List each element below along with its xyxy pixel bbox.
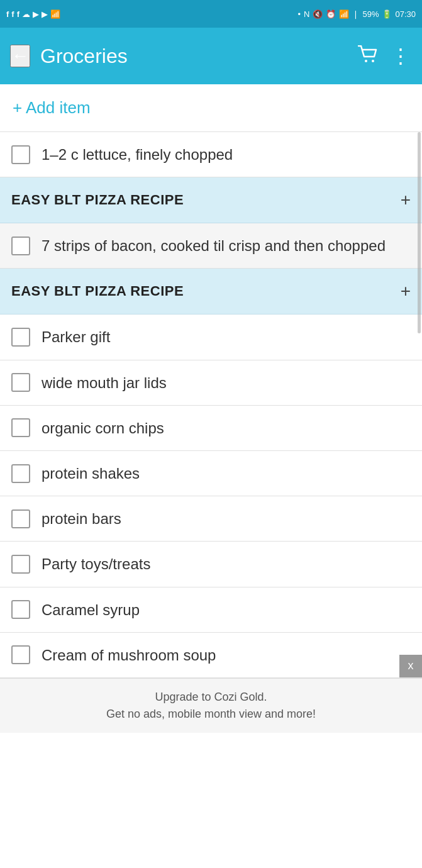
facebook-icon-3: f — [17, 9, 19, 19]
upgrade-line1: Upgrade to Cozi Gold. — [13, 689, 409, 706]
item-text: protein shakes — [42, 464, 140, 483]
item-text: Cream of mushroom soup — [42, 645, 216, 665]
list-item: protein shakes — [0, 451, 422, 496]
item-text: 7 strips of bacon, cooked til crisp and … — [42, 236, 386, 255]
item-checkbox[interactable] — [11, 418, 30, 437]
section-add-button[interactable]: + — [401, 281, 411, 301]
list-item: 7 strips of bacon, cooked til crisp and … — [0, 223, 422, 269]
item-text: Party toys/treats — [42, 554, 150, 574]
list-item: protein bars — [0, 496, 422, 542]
add-item-button[interactable]: + Add item — [13, 98, 91, 118]
upgrade-banner: Upgrade to Cozi Gold. Get no ads, mobile… — [0, 678, 422, 733]
mute-icon: 🔇 — [313, 9, 323, 19]
facebook-icon: f — [6, 9, 9, 19]
item-text: protein bars — [42, 509, 121, 528]
page-title: Groceries — [40, 45, 128, 68]
item-checkbox[interactable] — [11, 145, 30, 164]
more-icon[interactable]: ⋮ — [391, 44, 412, 68]
n-icon: N — [304, 9, 309, 19]
list-item: Parker gift — [0, 314, 422, 360]
battery-icon: 🔋 — [382, 9, 392, 19]
section-title: EASY BLT PIZZA RECIPE — [11, 283, 184, 299]
item-checkbox[interactable] — [11, 555, 30, 574]
alarm-icon: ⏰ — [326, 9, 336, 19]
item-text: 1–2 c lettuce, finely chopped — [42, 145, 233, 164]
play-icon: ▶ — [33, 9, 39, 19]
wifi-strength-icon: 📶 — [339, 9, 349, 19]
toolbar-right: ⋮ — [358, 44, 412, 68]
list-item: wide mouth jar lids — [0, 360, 422, 406]
cart-icon[interactable] — [358, 45, 378, 67]
section-header-blt-1: EASY BLT PIZZA RECIPE + — [0, 177, 422, 223]
bluetooth-icon: • — [297, 9, 301, 19]
status-bar: f f f ☁ ▶ ▶ 📶 • N 🔇 ⏰ 📶 ❘ 59% 🔋 07:30 — [0, 0, 422, 28]
section-header-blt-2: EASY BLT PIZZA RECIPE + — [0, 269, 422, 314]
section-title: EASY BLT PIZZA RECIPE — [11, 192, 184, 208]
signal-icon: ❘ — [352, 9, 359, 19]
list-item: Caramel syrup — [0, 587, 422, 633]
add-item-row: + Add item — [0, 84, 422, 132]
facebook-icon-2: f — [11, 9, 14, 19]
item-text: organic corn chips — [42, 418, 164, 438]
list-item: 1–2 c lettuce, finely chopped — [0, 132, 422, 177]
status-icons-left: f f f ☁ ▶ ▶ 📶 — [6, 9, 60, 19]
item-checkbox[interactable] — [11, 373, 30, 392]
weather-icon: ☁ — [22, 9, 30, 19]
list-item: organic corn chips — [0, 406, 422, 451]
section-add-button[interactable]: + — [401, 190, 411, 210]
item-checkbox[interactable] — [11, 236, 30, 255]
item-text: Caramel syrup — [42, 600, 140, 620]
item-text: wide mouth jar lids — [42, 373, 167, 392]
close-button[interactable]: x — [399, 655, 422, 677]
play-icon-2: ▶ — [42, 9, 48, 19]
item-checkbox[interactable] — [11, 328, 30, 347]
item-checkbox[interactable] — [11, 645, 30, 664]
list-item: Cream of mushroom soup x — [0, 633, 422, 678]
status-icons-right: • N 🔇 ⏰ 📶 ❘ 59% 🔋 07:30 — [297, 9, 416, 19]
item-checkbox[interactable] — [11, 509, 30, 528]
grocery-list: 1–2 c lettuce, finely chopped EASY BLT P… — [0, 132, 422, 678]
time-display: 07:30 — [395, 9, 416, 19]
upgrade-line2: Get no ads, mobile month view and more! — [13, 706, 409, 723]
toolbar-left: ← Groceries — [10, 45, 128, 68]
wifi-icon: 📶 — [50, 9, 60, 19]
svg-point-1 — [372, 60, 374, 62]
svg-point-0 — [365, 60, 367, 62]
item-checkbox[interactable] — [11, 600, 30, 619]
back-button[interactable]: ← — [10, 45, 30, 67]
scrollbar — [418, 132, 421, 333]
item-text: Parker gift — [42, 327, 110, 347]
battery-percent: 59% — [362, 9, 379, 19]
toolbar: ← Groceries ⋮ — [0, 28, 422, 84]
list-item: Party toys/treats — [0, 542, 422, 587]
item-checkbox[interactable] — [11, 464, 30, 483]
